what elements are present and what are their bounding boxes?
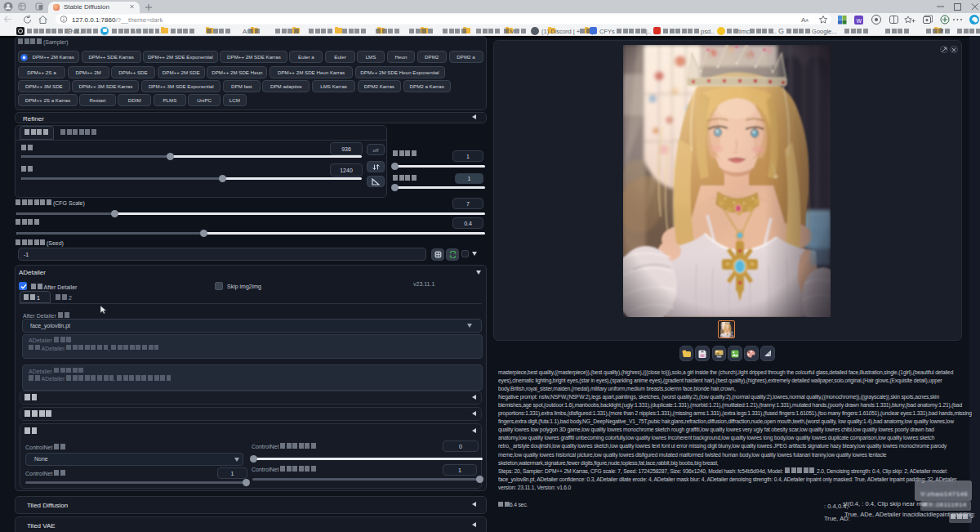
svg-text:AA: AA	[801, 16, 808, 24]
svg-text:127.0.0.1:7860/?__theme=dark: 127.0.0.1:7860/?__theme=dark	[72, 16, 163, 24]
svg-text:W: W	[857, 18, 862, 24]
